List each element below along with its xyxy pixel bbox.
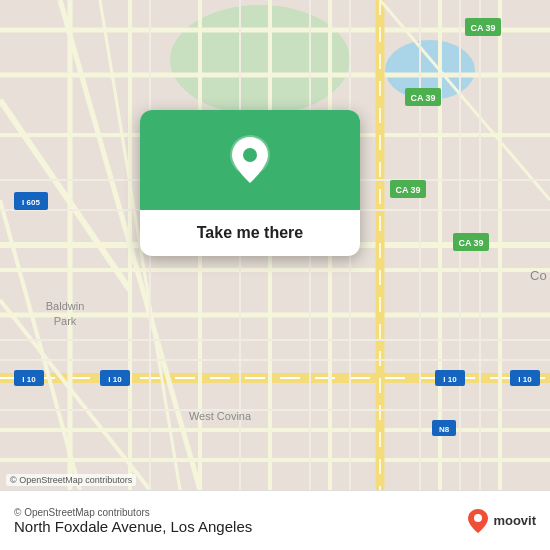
svg-text:West Covina: West Covina xyxy=(189,410,252,422)
svg-text:I 605: I 605 xyxy=(22,198,40,207)
map-area[interactable]: Baldwin Park West Covina CA 39 CA 39 CA … xyxy=(0,0,550,490)
moovit-text: moovit xyxy=(493,513,536,528)
bottom-bar: © OpenStreetMap contributors North Foxda… xyxy=(0,490,550,550)
svg-point-65 xyxy=(243,148,257,162)
svg-text:N8: N8 xyxy=(439,425,450,434)
svg-text:I 10: I 10 xyxy=(22,375,36,384)
svg-text:CA 39: CA 39 xyxy=(410,93,435,103)
svg-text:I 10: I 10 xyxy=(108,375,122,384)
popup-action[interactable]: Take me there xyxy=(140,210,360,256)
location-label: North Foxdale Avenue, Los Angeles xyxy=(14,518,459,535)
map-attribution: © OpenStreetMap contributors xyxy=(6,474,136,486)
location-popup: Take me there xyxy=(140,110,360,256)
svg-text:I 10: I 10 xyxy=(518,375,532,384)
osm-credit: © OpenStreetMap contributors xyxy=(14,507,459,518)
svg-point-66 xyxy=(474,514,482,522)
svg-text:I 10: I 10 xyxy=(443,375,457,384)
location-pin-icon xyxy=(228,133,272,187)
popup-header xyxy=(140,110,360,210)
svg-text:CA 39: CA 39 xyxy=(395,185,420,195)
svg-point-1 xyxy=(170,5,350,115)
svg-text:CA 39: CA 39 xyxy=(470,23,495,33)
svg-text:CA 39: CA 39 xyxy=(458,238,483,248)
svg-text:Co: Co xyxy=(530,268,547,283)
moovit-logo: moovit xyxy=(467,507,536,535)
svg-text:Baldwin: Baldwin xyxy=(46,300,85,312)
take-me-there-button[interactable]: Take me there xyxy=(197,224,303,242)
moovit-pin-icon xyxy=(467,507,489,535)
svg-text:Park: Park xyxy=(54,315,77,327)
